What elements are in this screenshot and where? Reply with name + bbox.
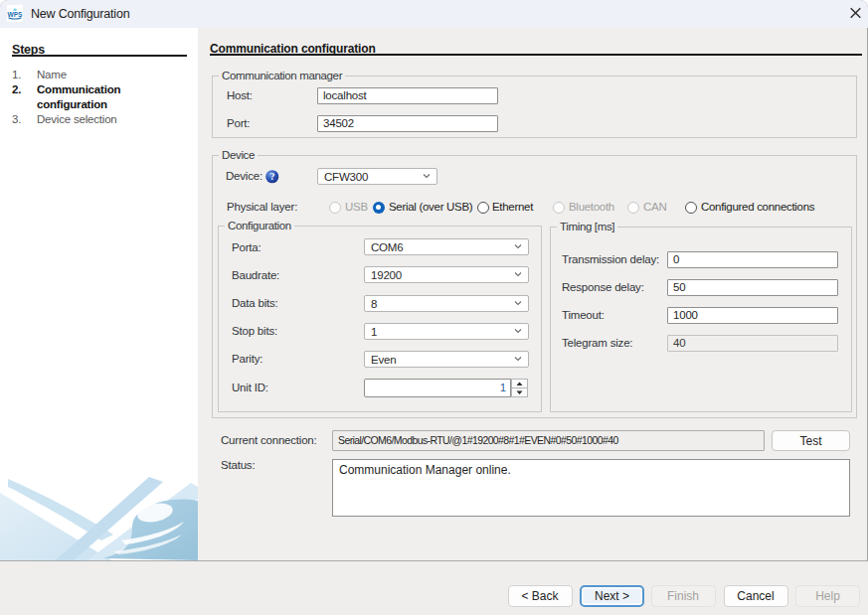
svg-text:?: ?: [269, 171, 274, 182]
svg-text:WPS: WPS: [7, 11, 23, 18]
